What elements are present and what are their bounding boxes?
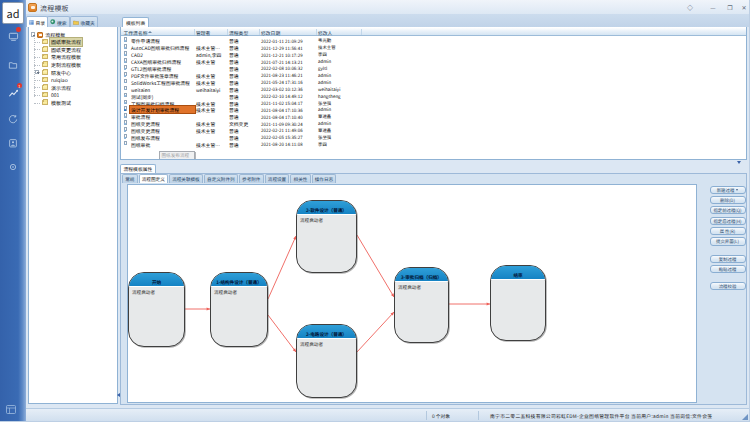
tasks-count-badge: 1 xyxy=(17,83,22,88)
flow-node[interactable]: 2-电路设计（普通） 流程启动者 xyxy=(296,324,357,398)
notification-badge xyxy=(16,27,21,32)
folder-icon xyxy=(42,70,48,75)
flow-edge[interactable] xyxy=(268,236,296,299)
table-row[interactable]: weitaien weihaitaiyi 普通 2022-03-02 10:12… xyxy=(121,85,746,92)
table-row[interactable]: GTL2图纸审批流程 普通 2022-02-08 10:06:32 gylsl xyxy=(121,64,746,71)
app-window: ad 1 流程模板 ◇ — ❐ ✕ xyxy=(0,0,750,422)
table-row[interactable]: 图纸发布流程 普通 2022-02-05 15:35:27 张坐强 xyxy=(121,133,746,140)
column-separator xyxy=(227,29,228,35)
col-process-type[interactable]: 流程类型 xyxy=(229,29,248,36)
close-button[interactable]: ✕ xyxy=(739,2,749,12)
column-separator xyxy=(316,29,317,35)
drag-tooltip: 图纸发布流程 xyxy=(159,151,195,160)
action-button[interactable]: 删除(D) xyxy=(710,196,746,204)
action-button[interactable]: 新建过程 xyxy=(710,186,746,194)
flow-node-owner: 流程启动者 xyxy=(297,215,356,223)
workflow-icon xyxy=(124,72,129,77)
flow-node[interactable]: 1-结构件设计（普通） 流程启动者 xyxy=(210,272,268,347)
pin-button[interactable]: ◇ xyxy=(685,2,695,12)
subtab[interactable]: 自定义附件列 xyxy=(204,174,238,183)
sync-refresh-icon[interactable] xyxy=(6,112,20,126)
table-row[interactable]: 审批流程 普通 2021-08-04 17:10:40 覃道鑫 xyxy=(121,112,746,119)
column-separator xyxy=(259,29,260,35)
flow-edge[interactable] xyxy=(268,315,296,352)
table-header: 工作流名称 管理者 流程类型 修改日期 修改人 xyxy=(121,28,746,36)
splitter-collapse-down-icon[interactable] xyxy=(737,161,741,164)
cell-workflow-name: 图纸审批 xyxy=(131,141,150,148)
action-button[interactable]: 属 性(R) xyxy=(710,227,746,235)
subtab[interactable]: 参考附件 xyxy=(239,174,264,183)
catalog-tree-panel: 流程模板 图纸审批流程 图纸变更流程 常用流程模板 xyxy=(28,27,118,404)
table-row[interactable]: SolidWorks工程图审批流程 技术主管 普通 2021-05-24 17:… xyxy=(121,78,746,85)
table-row[interactable]: 图纸变更流程 技术主管 文档变更 2021-11-09 09:30:24 adm… xyxy=(121,119,746,126)
flow-node[interactable]: 开始 流程启动者 xyxy=(128,272,185,347)
tab-favorites[interactable]: 收藏夹 xyxy=(70,16,98,27)
contacts-book-icon[interactable] xyxy=(6,136,20,150)
workspace-monitor-icon[interactable] xyxy=(6,29,20,43)
flow-edge[interactable] xyxy=(357,312,394,352)
col-workflow-name[interactable]: 工作流名称 xyxy=(124,29,148,36)
tree-item[interactable]: 演示流程 xyxy=(29,84,117,92)
action-button[interactable]: 指定后过程(H) xyxy=(710,217,746,225)
column-separator xyxy=(361,29,362,35)
subtab[interactable]: 流程图定义 xyxy=(139,174,168,183)
subtab[interactable]: 流程关联模板 xyxy=(169,174,203,183)
maximize-button[interactable]: ❐ xyxy=(725,2,735,12)
flow-edge[interactable] xyxy=(357,235,394,297)
settings-gear-icon[interactable] xyxy=(6,160,20,174)
table-row[interactable]: 工程图审批归档流程 技术主管 普通 2021-11-02 15:04:17 张坐… xyxy=(121,99,746,106)
bottom-grid-icon[interactable] xyxy=(4,402,18,416)
table-row[interactable]: 测试(同步) 普通 2022-02-10 14:49:12 hangsheng xyxy=(121,92,746,99)
table-row[interactable]: 图纸审批 技术主管… 普通 2021-08-20 14:11:08 李四 xyxy=(121,140,746,147)
subtab[interactable]: 相关性 xyxy=(290,174,310,183)
table-row[interactable]: 零件申请流程 普通 2022-01-11 21:09:29 韦光勤 xyxy=(121,37,746,44)
action-button[interactable]: 提交界面(L) xyxy=(710,237,746,245)
collapse-icon[interactable] xyxy=(31,32,35,36)
column-separator xyxy=(194,29,195,35)
expand-icon[interactable] xyxy=(35,70,39,74)
workflow-icon xyxy=(124,79,129,84)
workflow-icon xyxy=(124,100,129,105)
col-modifier[interactable]: 修改人 xyxy=(318,29,332,36)
tab-search[interactable]: 搜索 xyxy=(47,16,70,27)
action-button[interactable]: 指定前过程(Q) xyxy=(710,206,746,214)
subtab[interactable]: 操作日志 xyxy=(312,174,337,183)
resize-grip[interactable] xyxy=(741,413,748,420)
table-row[interactable]: 设计开发计划审批流程 技术主管 普通 2021-08-04 17:10:36 a… xyxy=(121,106,746,113)
folder-icon xyxy=(42,85,48,90)
subtab-label: 参考附件 xyxy=(242,176,260,182)
tree-item[interactable]: ruiqiao xyxy=(29,76,117,84)
table-row[interactable]: AutoCAD图纸审批归档流程 技术主管… 普通 2021-12-29 11:5… xyxy=(121,43,746,50)
tab-template-properties[interactable]: 流程模板属性 xyxy=(120,164,157,173)
table-row[interactable]: 图纸变更流程 技术主管 普通 2022-02-21 11:49:06 覃道鑫 xyxy=(121,126,746,133)
subtab[interactable]: 流程设置 xyxy=(265,174,290,183)
documents-folder-icon[interactable] xyxy=(6,58,20,72)
action-button-label: 提交界面(L) xyxy=(716,238,739,244)
table-row[interactable]: CAXA图纸审批归档流程 技术主管 普通 2021-07-21 14:13:21… xyxy=(121,57,746,64)
tasks-chart-icon[interactable]: 1 xyxy=(6,86,20,100)
col-manager[interactable]: 管理者 xyxy=(196,29,210,36)
action-button[interactable]: 流程校验 xyxy=(710,282,746,290)
flow-node[interactable]: 结束 xyxy=(490,265,546,341)
tab-catalog[interactable]: 目录 xyxy=(26,16,48,27)
flow-node-title: 2-软件设计（普通） xyxy=(297,201,356,215)
tab-favorites-label: 收藏夹 xyxy=(81,19,95,26)
tree-item[interactable]: 001 xyxy=(29,91,117,99)
action-button[interactable]: 粘贴过程 xyxy=(710,265,746,273)
minimize-button[interactable]: — xyxy=(708,2,718,12)
tree-item[interactable]: 研发中心 xyxy=(29,68,117,76)
flow-node[interactable]: 2-软件设计（普通） 流程启动者 xyxy=(296,200,357,273)
subtab[interactable]: 常规 xyxy=(122,174,138,183)
table-row[interactable]: CAD2 admin,李四 普通 2021-12-21 10:17:29 李四 xyxy=(121,50,746,57)
tree-item-label: 模板测试 xyxy=(50,99,72,107)
action-button-label: 属 性(R) xyxy=(720,228,736,234)
tab-template-list[interactable]: 模板列表 xyxy=(122,17,149,27)
status-separator xyxy=(426,411,427,420)
action-button[interactable]: 复制过程 xyxy=(710,255,746,263)
tree-item[interactable]: 定制流程模板 xyxy=(29,61,117,69)
flow-node[interactable]: 3-审批归档（归档） 流程启动者 xyxy=(394,267,449,343)
col-modified-date[interactable]: 修改日期 xyxy=(261,29,280,36)
tree-item[interactable]: 模板测试 xyxy=(29,99,117,107)
subtab-label: 操作日志 xyxy=(315,176,333,182)
table-row[interactable]: PDF文件审批签章流程 技术主管 普通 2021-08-23 11:46:21 … xyxy=(121,71,746,78)
